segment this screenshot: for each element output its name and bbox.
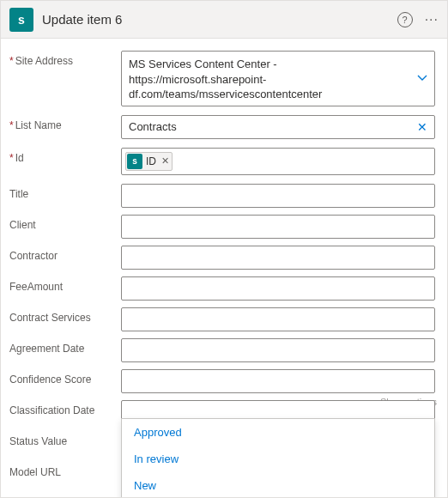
dropdown-item-new[interactable]: New bbox=[122, 472, 434, 498]
site-address-input[interactable]: MS Services Content Center - https://mic… bbox=[121, 51, 435, 106]
label-status-value: Status Value bbox=[8, 431, 121, 447]
id-token[interactable]: s ID ✕ bbox=[125, 152, 173, 171]
label-confidence-score: Confidence Score bbox=[8, 369, 121, 386]
label-fee-amount: FeeAmount bbox=[8, 276, 121, 293]
label-contract-services: Contract Services bbox=[8, 307, 121, 324]
clear-icon[interactable]: ✕ bbox=[417, 120, 427, 134]
agreement-date-input[interactable] bbox=[121, 338, 435, 362]
status-value-dropdown[interactable]: Approved In review New Rejected Enter cu… bbox=[121, 418, 435, 498]
sharepoint-icon: s bbox=[127, 154, 142, 169]
label-contractor: Contractor bbox=[8, 246, 121, 262]
more-actions-button[interactable]: ··· bbox=[425, 13, 439, 27]
contractor-input[interactable] bbox=[121, 246, 435, 270]
label-client: Client bbox=[8, 215, 121, 231]
chevron-down-icon[interactable] bbox=[417, 75, 427, 82]
label-model-version: Model Version bbox=[8, 493, 121, 498]
label-classification-date: Classification Date bbox=[8, 400, 121, 416]
card-title: Update item 6 bbox=[42, 12, 397, 27]
help-icon[interactable]: ? bbox=[397, 12, 413, 27]
label-id: *Id bbox=[8, 148, 121, 164]
fee-amount-input[interactable] bbox=[121, 276, 435, 301]
client-input[interactable] bbox=[121, 215, 435, 239]
token-label: ID bbox=[146, 155, 156, 167]
id-input[interactable]: s ID ✕ bbox=[121, 148, 435, 175]
title-input[interactable] bbox=[121, 184, 435, 208]
confidence-score-input[interactable] bbox=[121, 369, 435, 393]
contract-services-input[interactable] bbox=[121, 307, 435, 331]
token-remove-icon[interactable]: ✕ bbox=[161, 155, 169, 167]
label-model-url: Model URL bbox=[8, 462, 121, 478]
label-site-address: *Site Address bbox=[8, 51, 121, 67]
label-agreement-date: Agreement Date bbox=[8, 338, 121, 355]
list-name-input[interactable]: Contracts ✕ bbox=[121, 115, 435, 139]
dropdown-item-approved[interactable]: Approved bbox=[122, 419, 434, 446]
label-list-name: *List Name bbox=[8, 115, 121, 131]
label-title: Title bbox=[8, 184, 121, 200]
dropdown-item-in-review[interactable]: In review bbox=[122, 446, 434, 472]
form-body: *Site Address MS Services Content Center… bbox=[1, 39, 447, 498]
card-header: s Update item 6 ? ··· bbox=[1, 1, 447, 39]
sharepoint-icon: s bbox=[9, 8, 33, 32]
